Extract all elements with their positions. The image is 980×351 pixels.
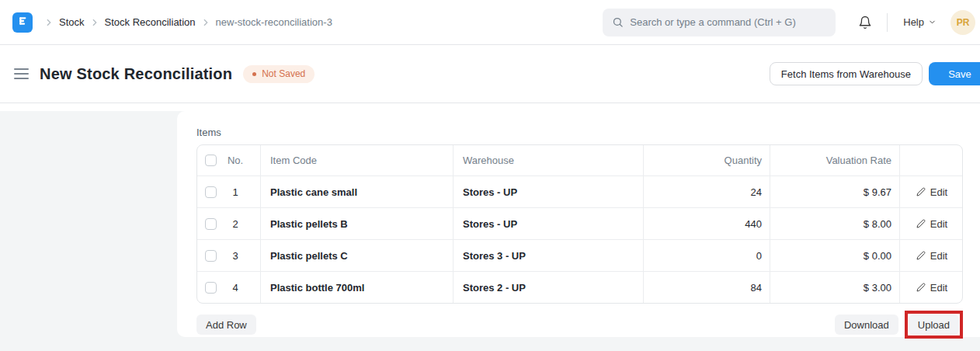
status-dot-icon	[252, 72, 256, 76]
content-area: Items No. Item Code Warehouse Quantity V…	[0, 111, 980, 351]
warehouse-cell[interactable]: Stores - UP	[454, 208, 644, 239]
edit-label: Edit	[930, 250, 947, 262]
breadcrumb-stock-reconciliation[interactable]: Stock Reconciliation	[105, 16, 196, 28]
add-row-button[interactable]: Add Row	[196, 315, 256, 335]
page-header: New Stock Reconciliation Not Saved Fetch…	[0, 45, 980, 103]
warehouse-cell[interactable]: Stores 3 - UP	[454, 240, 644, 271]
pencil-icon	[916, 187, 926, 196]
pencil-icon	[916, 251, 926, 260]
pencil-icon	[916, 283, 926, 292]
valuation-rate-cell[interactable]: $ 0.00	[770, 240, 900, 271]
item-code-cell[interactable]: Plastic pellets C	[261, 240, 454, 271]
column-header-no: No.	[217, 155, 254, 166]
app-logo[interactable]	[12, 12, 33, 33]
row-checkbox[interactable]	[205, 250, 217, 262]
global-search[interactable]	[603, 9, 836, 36]
fetch-items-from-warehouse-button[interactable]: Fetch Items from Warehouse	[770, 62, 923, 85]
status-badge: Not Saved	[243, 65, 315, 83]
column-header-warehouse: Warehouse	[454, 145, 644, 176]
help-menu[interactable]: Help	[895, 9, 944, 36]
chevron-right-icon	[200, 17, 211, 28]
page-title: New Stock Reconciliation	[40, 65, 232, 83]
warehouse-cell[interactable]: Stores - UP	[454, 176, 644, 207]
download-button[interactable]: Download	[835, 315, 898, 335]
items-table-body: 1 Plastic cane small Stores - UP 24 $ 9.…	[197, 176, 962, 303]
valuation-rate-cell[interactable]: $ 9.67	[770, 176, 900, 207]
edit-label: Edit	[930, 282, 947, 294]
select-all-checkbox[interactable]	[205, 155, 217, 166]
items-table: No. Item Code Warehouse Quantity Valuati…	[196, 144, 963, 304]
pencil-icon	[916, 219, 926, 228]
row-number: 4	[217, 282, 254, 294]
row-checkbox[interactable]	[205, 282, 217, 294]
edit-row-button[interactable]: Edit	[916, 186, 947, 198]
item-code-cell[interactable]: Plastic pellets B	[261, 208, 454, 239]
table-footer: Add Row Download Upload	[196, 311, 963, 339]
row-number: 1	[217, 186, 254, 198]
quantity-cell[interactable]: 24	[644, 176, 770, 207]
search-input[interactable]	[630, 16, 826, 28]
navbar-divider	[887, 13, 888, 32]
column-header-item-code: Item Code	[261, 145, 454, 176]
items-section-label: Items	[196, 127, 980, 138]
breadcrumb-stock[interactable]: Stock	[59, 16, 85, 28]
table-row: 2 Plastic pellets B Stores - UP 440 $ 8.…	[197, 208, 962, 240]
erpnext-logo-icon	[16, 15, 29, 30]
row-number: 3	[217, 250, 254, 262]
item-code-cell[interactable]: Plastic cane small	[261, 176, 454, 207]
row-number: 2	[217, 218, 254, 230]
quantity-cell[interactable]: 0	[644, 240, 770, 271]
chevron-right-icon	[89, 17, 100, 28]
edit-label: Edit	[930, 186, 947, 198]
breadcrumb: Stock Stock Reconciliation new-stock-rec…	[12, 12, 332, 33]
table-row: 4 Plastic bottle 700ml Stores 2 - UP 84 …	[197, 272, 962, 303]
user-avatar[interactable]: PR	[950, 10, 975, 35]
table-row: 1 Plastic cane small Stores - UP 24 $ 9.…	[197, 176, 962, 208]
item-code-cell[interactable]: Plastic bottle 700ml	[261, 272, 454, 303]
notifications-button[interactable]	[851, 9, 879, 36]
chevron-right-icon	[43, 17, 54, 28]
chevron-down-icon	[928, 18, 937, 26]
edit-row-button[interactable]: Edit	[916, 218, 947, 230]
top-navbar: Stock Stock Reconciliation new-stock-rec…	[0, 0, 980, 45]
quantity-cell[interactable]: 440	[644, 208, 770, 239]
items-card: Items No. Item Code Warehouse Quantity V…	[177, 111, 980, 337]
valuation-rate-cell[interactable]: $ 8.00	[770, 208, 900, 239]
items-table-header-row: No. Item Code Warehouse Quantity Valuati…	[197, 145, 962, 176]
valuation-rate-cell[interactable]: $ 3.00	[770, 272, 900, 303]
edit-label: Edit	[930, 218, 947, 230]
table-row: 3 Plastic pellets C Stores 3 - UP 0 $ 0.…	[197, 240, 962, 272]
help-label: Help	[903, 16, 924, 28]
sidebar-toggle-button[interactable]	[12, 65, 30, 82]
row-checkbox[interactable]	[205, 218, 217, 230]
upload-button[interactable]: Upload	[909, 315, 959, 335]
bell-icon	[858, 16, 872, 30]
column-header-valuation-rate: Valuation Rate	[770, 145, 900, 176]
column-header-quantity: Quantity	[644, 145, 770, 176]
quantity-cell[interactable]: 84	[644, 272, 770, 303]
column-header-actions	[900, 145, 963, 176]
status-badge-label: Not Saved	[262, 68, 305, 79]
warehouse-cell[interactable]: Stores 2 - UP	[454, 272, 644, 303]
search-icon	[612, 16, 624, 28]
row-checkbox[interactable]	[205, 186, 217, 198]
breadcrumb-current-doc: new-stock-reconciliation-3	[216, 16, 332, 28]
save-button[interactable]: Save	[929, 62, 980, 85]
upload-highlight-box: Upload	[905, 311, 963, 339]
edit-row-button[interactable]: Edit	[916, 250, 947, 262]
edit-row-button[interactable]: Edit	[916, 282, 947, 294]
